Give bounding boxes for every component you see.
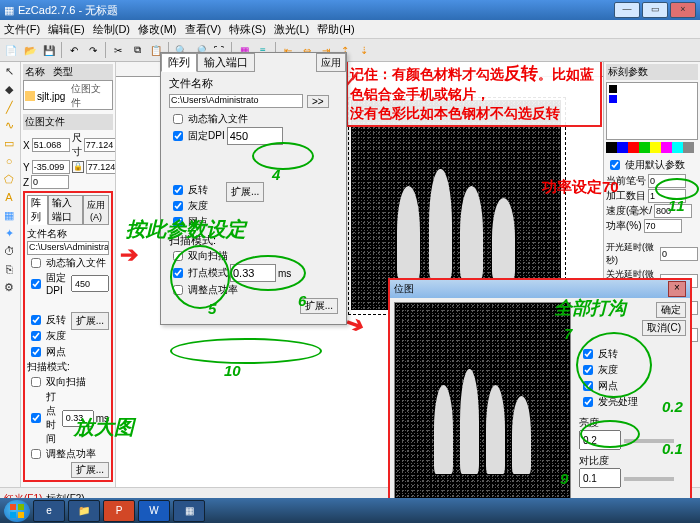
- start-button[interactable]: [4, 500, 30, 522]
- menu-draw[interactable]: 绘制(D): [93, 22, 130, 37]
- dotmode-checkbox-sm[interactable]: 打点时间 ms: [27, 390, 109, 446]
- tree-item-bitmap[interactable]: sjlt.jpg 位图文件: [25, 82, 111, 110]
- bitmap-dialog-close[interactable]: ×: [668, 281, 686, 297]
- rect-tool-icon[interactable]: ▭: [0, 134, 18, 152]
- bmp-reverse-checkbox[interactable]: 反转: [579, 346, 686, 362]
- menu-help[interactable]: 帮助(H): [317, 22, 354, 37]
- dlg-bidir-checkbox[interactable]: 双向扫描: [169, 248, 338, 264]
- reverse-checkbox-sm[interactable]: 反转: [27, 312, 71, 328]
- dlg-dot-checkbox[interactable]: 网点: [169, 214, 208, 230]
- pen-list[interactable]: [606, 82, 698, 140]
- undo-icon[interactable]: ↶: [65, 41, 83, 59]
- dlg-fixeddpi-checkbox[interactable]: 固定DPI: [169, 127, 338, 145]
- speed-input[interactable]: [654, 204, 692, 218]
- menu-laser[interactable]: 激光(L): [274, 22, 309, 37]
- gray-checkbox-sm[interactable]: 灰度: [27, 328, 71, 344]
- dpi-input[interactable]: [71, 275, 109, 292]
- window-title: EzCad2.7.6 - 无标题: [18, 3, 118, 18]
- fixed-dpi-checkbox[interactable]: 固定DPI: [27, 271, 109, 296]
- task-ezcad-icon[interactable]: ▦: [173, 500, 205, 522]
- dlg-reverse-checkbox[interactable]: 反转: [169, 182, 208, 198]
- task-word-icon[interactable]: W: [138, 500, 170, 522]
- count-input[interactable]: [648, 189, 686, 203]
- file-path[interactable]: C:\Users\Administrato: [27, 241, 109, 255]
- dlg-dpi-input[interactable]: [227, 127, 283, 145]
- size-y-input[interactable]: [86, 160, 116, 174]
- dot-checkbox-sm[interactable]: 网点: [27, 344, 71, 360]
- bidir-checkbox-sm[interactable]: 双向扫描: [27, 374, 109, 390]
- dlg-browse-button[interactable]: >>: [307, 95, 329, 108]
- menu-modify[interactable]: 修改(M): [138, 22, 177, 37]
- minimize-button[interactable]: —: [614, 2, 640, 18]
- task-ie-icon[interactable]: e: [33, 500, 65, 522]
- contrast-slider[interactable]: [624, 477, 674, 481]
- pos-z-input[interactable]: [31, 175, 69, 189]
- bmp-bright-checkbox[interactable]: 发亮处理: [579, 394, 686, 410]
- select-tool-icon[interactable]: ↖: [0, 62, 18, 80]
- lock-aspect-icon[interactable]: 🔒: [72, 161, 84, 173]
- bright-input[interactable]: [579, 430, 621, 450]
- save-icon[interactable]: 💾: [40, 41, 58, 59]
- size-x-input[interactable]: [84, 138, 116, 152]
- dlg-dottime-input[interactable]: [230, 264, 276, 282]
- line-tool-icon[interactable]: ╱: [0, 98, 18, 116]
- bmp-dot-checkbox[interactable]: 网点: [579, 378, 686, 394]
- pen-no-input[interactable]: [648, 174, 686, 188]
- cut-icon[interactable]: ✂: [109, 41, 127, 59]
- contrast-input[interactable]: [579, 468, 621, 488]
- text-tool-icon[interactable]: A: [0, 188, 18, 206]
- dlg-adjpw-checkbox[interactable]: 调整点功率: [169, 282, 338, 298]
- colour-palette[interactable]: [606, 142, 698, 153]
- maximize-button[interactable]: ▭: [642, 2, 668, 18]
- encoder-tool-icon[interactable]: ⚙: [0, 278, 18, 296]
- dlg-apply-button[interactable]: 应用: [316, 53, 346, 72]
- menu-file[interactable]: 文件(F): [4, 22, 40, 37]
- dlg-gray-checkbox[interactable]: 灰度: [169, 198, 208, 214]
- dlg-tab-ioport[interactable]: 输入端口: [197, 53, 255, 72]
- ondelay-input[interactable]: [660, 247, 698, 261]
- bmp-ok-button[interactable]: 确定: [656, 302, 686, 318]
- power-input[interactable]: [644, 219, 682, 233]
- adjpw-checkbox-sm[interactable]: 调整点功率: [27, 446, 109, 462]
- close-button[interactable]: ×: [670, 2, 696, 18]
- dlg-expand-button[interactable]: 扩展...: [226, 182, 264, 202]
- dlg-tab-array[interactable]: 阵列: [161, 53, 197, 72]
- menu-edit[interactable]: 编辑(E): [48, 22, 85, 37]
- new-icon[interactable]: 📄: [2, 41, 20, 59]
- curve-tool-icon[interactable]: ∿: [0, 116, 18, 134]
- task-ppt-icon[interactable]: P: [103, 500, 135, 522]
- dyn-input-checkbox[interactable]: 动态输入文件: [27, 255, 109, 271]
- input-tool-icon[interactable]: ⎘: [0, 260, 18, 278]
- bmp-cancel-button[interactable]: 取消(C): [642, 320, 686, 336]
- menu-view[interactable]: 查看(V): [185, 22, 222, 37]
- align-bottom-icon[interactable]: ⇣: [355, 41, 373, 59]
- node-tool-icon[interactable]: ◆: [0, 80, 18, 98]
- app-icon: ▦: [4, 4, 14, 17]
- dlg-file-path[interactable]: C:\Users\Administrato: [169, 94, 303, 108]
- pos-x-input[interactable]: [32, 138, 70, 152]
- copy-icon[interactable]: ⧉: [128, 41, 146, 59]
- redo-icon[interactable]: ↷: [84, 41, 102, 59]
- expand-button-sm[interactable]: 扩展...: [71, 312, 109, 330]
- polygon-tool-icon[interactable]: ⬠: [0, 170, 18, 188]
- pos-y-input[interactable]: [32, 160, 70, 174]
- dlg-expand2-button[interactable]: 扩展...: [300, 298, 338, 314]
- circle-tool-icon[interactable]: ○: [0, 152, 18, 170]
- expand2-button-sm[interactable]: 扩展...: [71, 462, 109, 478]
- bright-slider[interactable]: [624, 439, 674, 443]
- menu-special[interactable]: 特殊(S): [229, 22, 266, 37]
- bmp-gray-checkbox[interactable]: 灰度: [579, 362, 686, 378]
- vector-tool-icon[interactable]: ✦: [0, 224, 18, 242]
- task-explorer-icon[interactable]: 📁: [68, 500, 100, 522]
- dlg-dotmode-checkbox[interactable]: 打点模式 ms: [169, 264, 338, 282]
- import-tool-icon[interactable]: ▦: [0, 206, 18, 224]
- object-tree[interactable]: sjlt.jpg 位图文件: [23, 80, 113, 110]
- small-tab-ioport[interactable]: 输入端口: [48, 195, 83, 225]
- open-icon[interactable]: 📂: [21, 41, 39, 59]
- timer-tool-icon[interactable]: ⏱: [0, 242, 18, 260]
- dlg-dyn-checkbox[interactable]: 动态输入文件: [169, 111, 338, 127]
- small-apply-button[interactable]: 应用(A): [83, 195, 109, 225]
- small-tab-array[interactable]: 阵列: [27, 195, 48, 225]
- dot-time-input-sm[interactable]: [62, 410, 94, 427]
- use-default-checkbox[interactable]: 使用默认参数: [606, 157, 698, 173]
